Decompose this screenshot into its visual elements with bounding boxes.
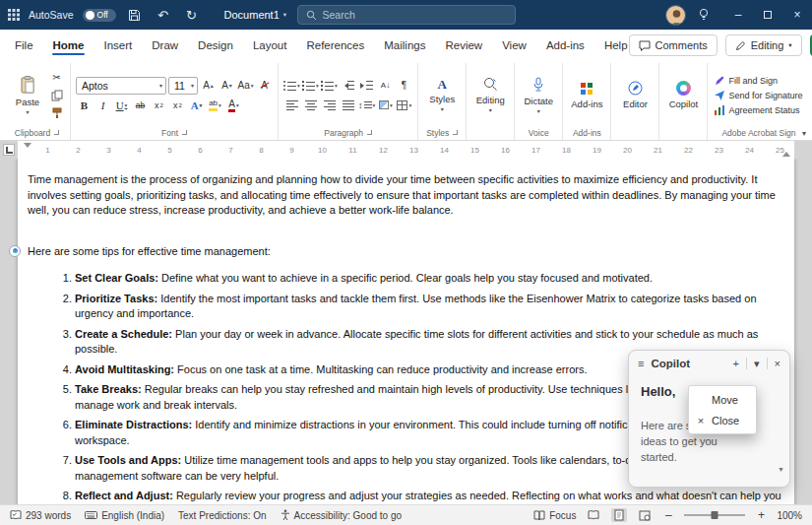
indent-marker-left[interactable] xyxy=(24,143,31,148)
list-item[interactable]: Prioritize Tasks: Identify the most impo… xyxy=(75,292,782,322)
tab-mailings[interactable]: Mailings xyxy=(383,31,426,60)
tab-selector[interactable] xyxy=(3,144,15,156)
tab-design[interactable]: Design xyxy=(197,31,234,60)
font-size-select[interactable]: 11▾ xyxy=(168,77,198,95)
ruler[interactable]: 1234567891011121314151617181920212223242… xyxy=(0,141,812,159)
tab-review[interactable]: Review xyxy=(444,31,483,60)
strikethrough-button[interactable]: ab xyxy=(132,98,149,114)
tab-references[interactable]: References xyxy=(305,31,365,60)
tab-file[interactable]: File xyxy=(14,31,34,60)
italic-button[interactable]: I xyxy=(94,98,111,114)
editing-mode-button[interactable]: Editing ▾ xyxy=(725,34,802,56)
dialog-launcher-icon[interactable] xyxy=(367,130,372,135)
dictate-button[interactable]: Dictate ▾ xyxy=(520,75,557,116)
comments-button[interactable]: Comments xyxy=(629,34,718,56)
indent-marker-right[interactable] xyxy=(782,152,790,157)
copilot-button[interactable]: Copilot xyxy=(664,79,702,111)
send-for-signature-button[interactable]: Send for Signature xyxy=(713,90,804,101)
text-predictions[interactable]: Text Predictions: On xyxy=(178,510,266,521)
search-input[interactable] xyxy=(323,9,507,21)
menu-item-move[interactable]: Move xyxy=(689,389,756,410)
intro-line[interactable]: Here are some tips for effective time ma… xyxy=(28,244,782,260)
print-layout-button[interactable] xyxy=(611,508,627,522)
sort-button[interactable]: A↓ xyxy=(377,77,394,94)
save-button[interactable] xyxy=(125,4,145,26)
search-box[interactable] xyxy=(297,5,516,25)
numbering-button[interactable]: ▾ xyxy=(302,77,319,94)
tab-view[interactable]: View xyxy=(501,31,528,60)
zoom-slider-knob[interactable] xyxy=(712,511,718,519)
show-hide-marks-button[interactable]: ¶ xyxy=(396,77,412,94)
zoom-out-button[interactable]: – xyxy=(662,508,674,522)
line-spacing-button[interactable]: ↕▾ xyxy=(358,97,375,113)
grow-font-button[interactable]: A▴ xyxy=(200,77,217,94)
focus-mode-button[interactable]: Focus xyxy=(533,510,576,521)
tab-help[interactable]: Help xyxy=(603,31,629,60)
styles-button[interactable]: A Styles ▾ xyxy=(423,76,461,114)
copy-button[interactable] xyxy=(48,87,65,103)
collapse-ribbon-button[interactable]: ▾ xyxy=(802,129,806,138)
shading-button[interactable]: ▾ xyxy=(377,97,394,113)
close-button[interactable]: × xyxy=(782,0,812,30)
web-layout-button[interactable] xyxy=(637,508,653,522)
list-item[interactable]: Reflect and Adjust: Regularly review you… xyxy=(75,489,782,504)
change-case-button[interactable]: Aa▾ xyxy=(237,77,254,94)
menu-item-close[interactable]: × Close xyxy=(689,410,756,430)
minimize-button[interactable]: – xyxy=(723,0,753,30)
dialog-launcher-icon[interactable] xyxy=(182,130,187,135)
read-mode-button[interactable] xyxy=(586,508,601,522)
close-icon[interactable]: × xyxy=(775,359,781,369)
maximize-button[interactable] xyxy=(753,0,782,30)
font-color-button[interactable]: A▾ xyxy=(225,98,242,114)
zoom-in-button[interactable]: + xyxy=(755,508,767,522)
cut-button[interactable]: ✂ xyxy=(48,69,65,86)
agreement-status-button[interactable]: Agreement Status xyxy=(713,104,804,116)
word-count[interactable]: 293 words xyxy=(10,510,71,521)
chevron-down-icon[interactable]: ▾ xyxy=(754,359,760,369)
accessibility-status[interactable]: Accessibility: Good to go xyxy=(281,509,403,521)
tab-layout[interactable]: Layout xyxy=(252,31,288,60)
paragraph[interactable]: Time management is the process of organi… xyxy=(28,172,782,219)
tab-add-ins[interactable]: Add-ins xyxy=(545,31,586,60)
bullets-button[interactable]: ▾ xyxy=(283,77,300,94)
editing-button[interactable]: Editing ▾ xyxy=(471,75,509,115)
clear-formatting-button[interactable]: A xyxy=(256,77,273,94)
scroll-down-icon[interactable]: ▼ xyxy=(778,466,784,473)
list-item[interactable]: Set Clear Goals: Define what you want to… xyxy=(75,271,782,287)
tab-draw[interactable]: Draw xyxy=(151,31,179,60)
language-indicator[interactable]: English (India) xyxy=(85,510,164,521)
document-title[interactable]: Document1 ▾ xyxy=(224,9,287,21)
shrink-font-button[interactable]: A▾ xyxy=(219,77,235,94)
bold-button[interactable]: B xyxy=(76,98,93,114)
font-name-select[interactable]: Aptos▾ xyxy=(76,77,166,95)
align-left-button[interactable] xyxy=(283,97,300,113)
highlight-color-button[interactable]: ab▾ xyxy=(207,98,223,114)
borders-button[interactable]: ▾ xyxy=(396,97,412,113)
editor-button[interactable]: Editor xyxy=(616,79,654,111)
lightbulb-icon[interactable] xyxy=(698,8,710,22)
add-ins-button[interactable]: Add-ins xyxy=(568,80,605,111)
copilot-margin-icon[interactable] xyxy=(9,245,21,257)
avatar[interactable] xyxy=(665,5,686,26)
zoom-level[interactable]: 100% xyxy=(777,510,802,521)
justify-button[interactable] xyxy=(340,97,356,113)
subscript-button[interactable]: x2 xyxy=(151,98,167,114)
align-center-button[interactable] xyxy=(302,97,319,113)
increase-indent-button[interactable] xyxy=(358,77,375,94)
multilevel-list-button[interactable]: ▾ xyxy=(321,77,338,94)
undo-button[interactable]: ↶ xyxy=(154,4,173,26)
text-effects-button[interactable]: A▾ xyxy=(188,98,205,114)
app-icon[interactable] xyxy=(8,9,20,21)
redo-button[interactable]: ↻ xyxy=(182,4,202,26)
new-chat-icon[interactable]: + xyxy=(733,359,739,369)
decrease-indent-button[interactable] xyxy=(340,77,356,94)
paste-button[interactable]: Paste ▾ xyxy=(9,74,46,117)
format-painter-button[interactable] xyxy=(48,104,65,121)
fill-and-sign-button[interactable]: Fill and Sign xyxy=(713,75,804,87)
align-right-button[interactable] xyxy=(321,97,338,113)
superscript-button[interactable]: x2 xyxy=(169,98,186,114)
hamburger-menu-icon[interactable]: ≡ xyxy=(638,359,644,369)
dialog-launcher-icon[interactable] xyxy=(54,130,59,135)
tab-insert[interactable]: Insert xyxy=(102,31,133,60)
zoom-slider[interactable] xyxy=(684,514,745,516)
